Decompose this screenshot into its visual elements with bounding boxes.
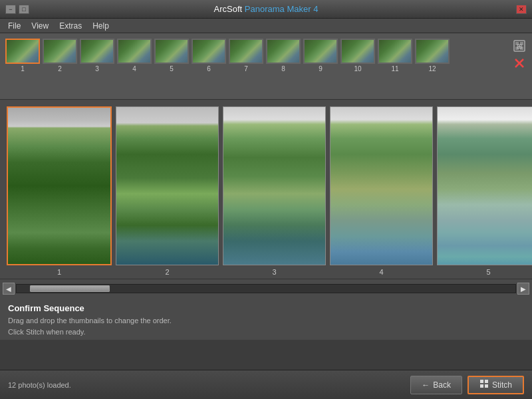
preview-image-2[interactable] — [116, 106, 219, 265]
svg-rect-10 — [480, 384, 483, 388]
thumb-item-1[interactable]: 1 — [5, 39, 40, 72]
thumb-image-3[interactable] — [80, 39, 114, 64]
preview-image-3[interactable] — [223, 106, 326, 265]
preview-image-1[interactable] — [7, 106, 112, 265]
scroll-area: ◀ ▶ — [0, 279, 532, 298]
add-photo-button[interactable]: ⊞ — [512, 39, 527, 53]
preview-num-5: 5 — [486, 268, 490, 276]
stitch-button[interactable]: Stitch — [467, 376, 524, 394]
thumb-image-4[interactable] — [117, 39, 152, 64]
thumb-num-2: 2 — [58, 65, 62, 72]
thumb-image-11[interactable] — [378, 39, 412, 64]
status-text: 12 photo(s) loaded. — [8, 381, 71, 389]
button-group: ← Back Stitch — [410, 376, 524, 394]
confirm-desc-1: Drag and drop the thumbnails to change t… — [8, 315, 524, 327]
preview-num-2: 2 — [165, 268, 169, 276]
info-area: Confirm Sequence Drag and drop the thumb… — [0, 298, 532, 340]
thumb-item-5[interactable]: 5 — [154, 39, 189, 72]
thumb-num-3: 3 — [95, 65, 99, 72]
title-bar: − □ ArcSoft Panorama Maker 4 ✕ — [0, 0, 532, 19]
thumb-item-12[interactable]: 12 — [415, 39, 450, 72]
remove-photo-button[interactable] — [512, 56, 527, 70]
thumb-num-1: 1 — [21, 65, 25, 72]
preview-image-4[interactable] — [330, 106, 433, 265]
back-label: Back — [433, 380, 451, 390]
thumb-num-5: 5 — [170, 65, 174, 72]
thumb-image-6[interactable] — [192, 39, 226, 64]
preview-area: 1 2 3 4 5 — [0, 100, 532, 279]
thumb-item-7[interactable]: 7 — [229, 39, 263, 72]
stitch-icon — [479, 379, 489, 390]
menu-file[interactable]: File — [3, 20, 26, 32]
menu-extras[interactable]: Extras — [54, 20, 87, 32]
minimize-button[interactable]: − — [5, 5, 16, 14]
thumb-num-4: 4 — [132, 65, 136, 72]
thumb-item-4[interactable]: 4 — [117, 39, 152, 72]
arcsoft-label: ArcSoft — [214, 4, 243, 14]
scroll-track[interactable] — [16, 284, 516, 293]
scroll-right-button[interactable]: ▶ — [517, 283, 529, 295]
thumb-item-9[interactable]: 9 — [303, 39, 338, 72]
preview-num-1: 1 — [57, 268, 61, 276]
thumb-num-12: 12 — [428, 65, 436, 72]
maximize-button[interactable]: □ — [19, 5, 29, 14]
thumb-num-8: 8 — [281, 65, 285, 72]
preview-image-5[interactable] — [437, 106, 532, 265]
thumb-item-6[interactable]: 6 — [192, 39, 226, 72]
preview-num-3: 3 — [272, 268, 276, 276]
svg-text:⊞: ⊞ — [517, 43, 522, 50]
preview-num-4: 4 — [379, 268, 383, 276]
svg-rect-8 — [480, 380, 483, 383]
thumb-item-11[interactable]: 11 — [378, 39, 412, 72]
back-button[interactable]: ← Back — [410, 376, 462, 394]
thumb-image-1[interactable] — [5, 39, 40, 64]
preview-col-2[interactable]: 2 — [116, 106, 219, 279]
scroll-thumb[interactable] — [30, 285, 110, 292]
svg-rect-9 — [485, 380, 488, 383]
thumb-num-6: 6 — [207, 65, 211, 72]
preview-col-3[interactable]: 3 — [223, 106, 326, 279]
menu-bar: File View Extras Help — [0, 19, 532, 33]
strip-icons: ⊞ — [512, 39, 527, 70]
thumb-image-9[interactable] — [303, 39, 338, 64]
thumb-image-2[interactable] — [43, 39, 77, 64]
thumb-item-2[interactable]: 2 — [43, 39, 77, 72]
close-button[interactable]: ✕ — [516, 5, 527, 14]
thumbnail-strip: 1 2 3 4 5 6 7 — [0, 33, 532, 100]
thumb-num-11: 11 — [391, 65, 398, 72]
confirm-title: Confirm Sequence — [8, 303, 524, 313]
scroll-left-button[interactable]: ◀ — [3, 283, 15, 295]
svg-rect-11 — [485, 384, 488, 388]
window-title: ArcSoft Panorama Maker 4 — [45, 4, 487, 14]
back-icon: ← — [422, 380, 430, 390]
thumb-num-10: 10 — [354, 65, 361, 72]
thumb-num-7: 7 — [244, 65, 248, 72]
preview-col-5[interactable]: 5 — [437, 106, 532, 279]
thumb-item-8[interactable]: 8 — [266, 39, 301, 72]
thumb-image-10[interactable] — [340, 39, 375, 64]
thumb-image-12[interactable] — [415, 39, 450, 64]
confirm-desc-2: Click Stitch when ready. — [8, 327, 524, 338]
thumb-num-9: 9 — [319, 65, 323, 72]
thumb-item-3[interactable]: 3 — [80, 39, 114, 72]
thumb-image-7[interactable] — [229, 39, 263, 64]
thumb-image-8[interactable] — [266, 39, 301, 64]
thumb-image-5[interactable] — [154, 39, 189, 64]
menu-help[interactable]: Help — [87, 20, 114, 32]
bottom-bar: 12 photo(s) loaded. ← Back Stitch — [0, 370, 532, 399]
menu-view[interactable]: View — [26, 20, 54, 32]
panorama-label: Panorama Maker 4 — [245, 4, 319, 14]
thumb-item-10[interactable]: 10 — [340, 39, 375, 72]
stitch-label: Stitch — [492, 380, 512, 390]
preview-col-1[interactable]: 1 — [7, 106, 112, 279]
preview-col-4[interactable]: 4 — [330, 106, 433, 279]
